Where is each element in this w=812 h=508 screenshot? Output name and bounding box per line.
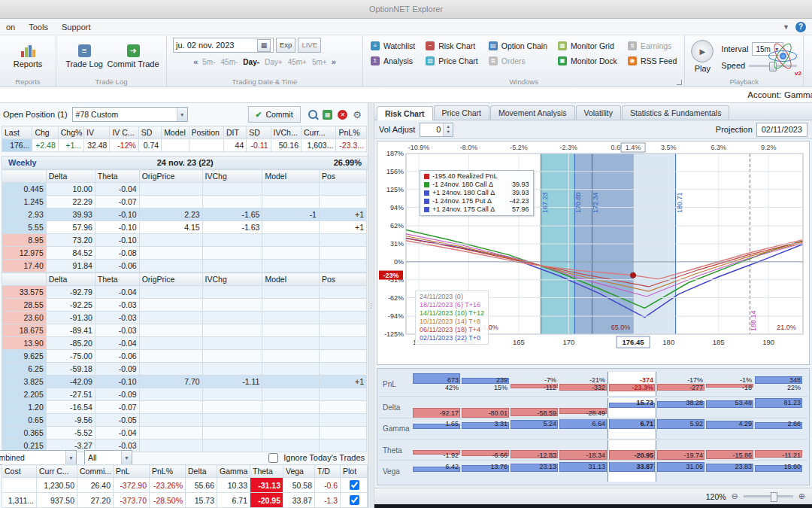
window-toggle-button[interactable]: ▣ Monitor Dock bbox=[558, 56, 617, 65]
table-row[interactable]: 0.65 -9.56 -0.05 bbox=[2, 414, 367, 427]
table-row[interactable]: 33.575 -92.79 -0.04 bbox=[2, 286, 367, 299]
plot-checkbox[interactable] bbox=[350, 495, 359, 505]
table-row[interactable]: 1,230.50 26.40 -372.90 -23.26% 55.66 10.… bbox=[2, 478, 368, 493]
cell: -0.10 bbox=[95, 234, 139, 247]
time-step-button[interactable]: 5m- bbox=[202, 58, 215, 66]
cell bbox=[139, 196, 202, 208]
cell bbox=[319, 363, 366, 376]
table-row[interactable]: 18.675 -89.41 -0.03 bbox=[2, 324, 367, 337]
dialog-launcher-icon[interactable] bbox=[677, 80, 682, 85]
table-row[interactable]: 8.95 73.20 -0.10 bbox=[2, 234, 367, 247]
table-row[interactable]: 176... +2.48 +1... 32.48 -12% 0.74 44 -0… bbox=[2, 139, 367, 152]
cell: -28.50% bbox=[150, 493, 186, 508]
table-row[interactable]: 2.93 39.93 -0.10 2.23 -1.65 -1 +1 bbox=[2, 208, 367, 221]
window-toggle-button[interactable]: ◉ RSS Feed bbox=[628, 56, 677, 65]
tab[interactable]: Price Chart bbox=[434, 105, 490, 120]
projection-date[interactable]: 02/11/2023 bbox=[756, 123, 807, 137]
cell: -0.04 bbox=[95, 427, 139, 440]
table-row[interactable]: 23.60 -91.30 -0.03 bbox=[2, 312, 367, 324]
live-button[interactable]: LIVE bbox=[298, 38, 321, 53]
close-position-icon[interactable]: ✕ bbox=[338, 110, 347, 120]
commit-button[interactable]: ✔ Commit bbox=[248, 106, 301, 123]
zoom-in-icon[interactable]: ⊕ bbox=[798, 491, 805, 501]
filter-all-select[interactable]: All ▼ bbox=[84, 450, 132, 465]
time-step-button[interactable]: Day- bbox=[243, 58, 259, 66]
legend-date-text: 14/11/2023 (10) T+12 bbox=[420, 309, 484, 318]
ignore-trades-checkbox[interactable] bbox=[268, 453, 278, 463]
zoom-out-icon[interactable]: ⊖ bbox=[732, 491, 738, 501]
zoom-icon[interactable] bbox=[308, 110, 317, 119]
svg-text:167.23: 167.23 bbox=[541, 192, 549, 213]
time-step-button[interactable]: 5m+ bbox=[312, 58, 327, 66]
projection-label: Projection bbox=[716, 125, 753, 134]
commit-trade-button[interactable]: ➜ Commit Trade bbox=[106, 38, 160, 75]
table-row[interactable]: 2.205 -27.51 -0.09 bbox=[2, 388, 367, 401]
time-step-button[interactable]: Day+ bbox=[265, 58, 283, 66]
menu-item[interactable]: on bbox=[6, 23, 15, 32]
trading-date-field[interactable]: ju. 02 nov. 2023 ▦ bbox=[173, 38, 274, 53]
table-row[interactable]: 1.245 22.29 -0.07 bbox=[2, 196, 367, 208]
step-back-fast-icon[interactable]: « bbox=[193, 57, 198, 66]
expiration-header[interactable]: Weekly 24 nov. 23 (22) 26.99% bbox=[2, 156, 368, 169]
filter-all-value: All bbox=[88, 453, 97, 462]
table-row[interactable]: 12.975 84.52 -0.08 bbox=[2, 247, 367, 260]
column-header: Theta bbox=[250, 465, 283, 478]
table-row[interactable]: 9.625 -75.00 -0.06 bbox=[2, 350, 367, 363]
column-header: Theta bbox=[95, 273, 139, 286]
group-mode-select[interactable]: Combined ▼ bbox=[0, 450, 77, 465]
window-toggle-button[interactable]: $ Earnings bbox=[628, 41, 677, 50]
risk-chart[interactable]: 167.23170.60172.34180.71188.14187%156%12… bbox=[377, 141, 810, 365]
window-toggle-button[interactable]: ▦ Monitor Grid bbox=[558, 41, 617, 50]
legend-item: 10/11/2023 (14) T+8 bbox=[420, 318, 484, 326]
table-row[interactable]: 1,311... 937.50 27.20 -373.70 -28.50% 15… bbox=[2, 493, 368, 508]
spinner-arrows-icon[interactable]: ▲▼ bbox=[443, 123, 453, 136]
reports-button[interactable]: Reports bbox=[6, 38, 50, 75]
window-toggle-button[interactable]: Σ Analysis bbox=[371, 56, 415, 65]
window-toggle-button[interactable]: ▥ Price Chart bbox=[426, 56, 478, 65]
table-row[interactable]: 28.55 -92.25 -0.03 bbox=[2, 299, 367, 312]
table-row[interactable]: 1.20 -16.54 -0.07 bbox=[2, 401, 367, 414]
table-row[interactable]: 3.825 -42.09 -0.10 7.70 -1.11 +1 bbox=[2, 376, 367, 388]
position-select[interactable]: #78 Custom ▼ bbox=[72, 107, 188, 122]
help-icon[interactable]: ? bbox=[795, 22, 806, 32]
table-row[interactable]: 6.25 -59.18 -0.09 bbox=[2, 363, 367, 376]
window-toggle-button[interactable]: ≡ Watchlist bbox=[371, 41, 415, 50]
toolbar-options-icon[interactable]: ▼ bbox=[783, 23, 789, 31]
trade-log-icon: ≡ bbox=[78, 44, 91, 57]
tab[interactable]: Statistics & Fundamentals bbox=[622, 105, 729, 120]
cell bbox=[262, 299, 320, 312]
commit-trade-icon: ➜ bbox=[127, 44, 140, 57]
table-row[interactable]: 5.55 57.96 -0.10 4.15 -1.63 +1 bbox=[2, 221, 367, 234]
tab[interactable]: Volatility bbox=[576, 105, 622, 120]
panel-splitter[interactable]: ⋮ bbox=[368, 103, 374, 508]
window-toggle-button[interactable]: ≣ Orders bbox=[489, 56, 547, 65]
window-toggle-button[interactable]: ~ Risk Chart bbox=[426, 41, 478, 50]
menu-item[interactable]: Support bbox=[62, 23, 91, 32]
step-forward-fast-icon[interactable]: » bbox=[332, 57, 336, 66]
play-button[interactable]: ▶ bbox=[691, 40, 714, 62]
zoom-slider[interactable] bbox=[744, 495, 793, 497]
menu-item[interactable]: Tools bbox=[29, 23, 48, 32]
trade-log-button[interactable]: ≡ Trade Log bbox=[62, 38, 106, 75]
time-step-button[interactable]: 45m+ bbox=[288, 58, 307, 66]
time-step-button[interactable]: 45m- bbox=[221, 58, 238, 66]
svg-text:156%: 156% bbox=[386, 168, 404, 175]
plot-checkbox[interactable] bbox=[350, 480, 359, 490]
table-row[interactable]: 0.445 10.00 -0.04 bbox=[2, 183, 367, 196]
settings-gear-icon[interactable]: ⚙ bbox=[353, 109, 362, 120]
cell bbox=[139, 350, 202, 363]
table-row[interactable]: 0.365 -5.52 -0.04 bbox=[2, 427, 367, 440]
export-grid-icon[interactable]: ▦ bbox=[323, 110, 332, 120]
calendar-icon[interactable]: ▦ bbox=[257, 39, 271, 52]
title-bar[interactable]: OptionNET Explorer bbox=[0, 0, 812, 19]
greek-value: -12.83 bbox=[510, 452, 556, 459]
table-row[interactable]: 17.40 91.84 -0.06 bbox=[2, 260, 367, 272]
table-row[interactable]: 13.90 -85.20 -0.04 bbox=[2, 337, 367, 350]
cell: -0.06 bbox=[95, 260, 139, 272]
slider-thumb[interactable] bbox=[771, 492, 777, 502]
exp-button[interactable]: Exp bbox=[276, 38, 295, 53]
window-toggle-button[interactable]: ▤ Option Chain bbox=[489, 41, 547, 50]
tab[interactable]: Risk Chart bbox=[377, 106, 433, 120]
tab[interactable]: Movement Analysis bbox=[490, 105, 574, 120]
vol-adjust-spinner[interactable]: 0 ▲▼ bbox=[420, 123, 453, 137]
